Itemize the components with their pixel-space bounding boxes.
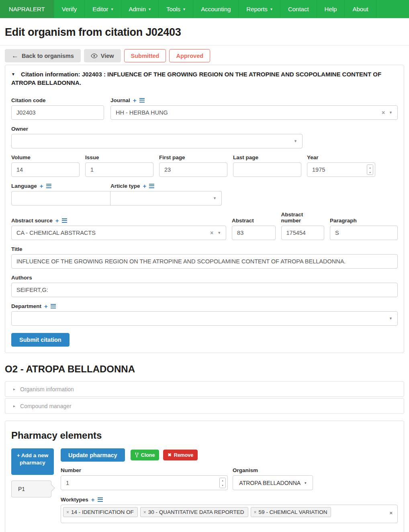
citation-info-title: Citation information: J02403 : INFLUENCE… <box>11 71 381 86</box>
nav-item-admin[interactable]: Admin ▾ <box>121 0 159 18</box>
last-page-input[interactable] <box>233 162 301 177</box>
submit-citation-button[interactable]: Submit citation <box>11 333 70 347</box>
paragraph-input[interactable] <box>330 226 398 240</box>
nav-item-verify[interactable]: Verify <box>54 0 85 18</box>
nav-item-label: Admin <box>129 6 146 12</box>
worktype-tag: × 14 - IDENTIFICATION OF <box>63 507 138 517</box>
volume-label: Volume <box>11 154 80 160</box>
nav-item-label: Editor <box>92 6 108 12</box>
number-spinner[interactable]: ▴ ▾ <box>219 478 226 488</box>
nav-item-editor[interactable]: Editor ▾ <box>84 0 121 18</box>
add-department-icon[interactable]: + <box>44 303 48 309</box>
nav-item-reports[interactable]: Reports ▾ <box>238 0 280 18</box>
department-select[interactable]: ▼ <box>11 311 398 326</box>
abstract-source-label: Abstract source + <box>11 218 226 224</box>
submitted-button[interactable]: Submitted <box>124 49 166 62</box>
eye-icon <box>91 53 98 58</box>
nav-item-label: Help <box>325 6 337 12</box>
add-journal-icon[interactable]: + <box>133 97 137 103</box>
add-language-icon[interactable]: + <box>40 183 43 189</box>
organism-dropdown[interactable]: ATROPA BELLADONNA ▾ <box>233 475 313 490</box>
tag-remove-icon[interactable]: × <box>254 509 257 515</box>
nav-item-label: Reports <box>246 6 268 12</box>
year-input[interactable] <box>307 162 375 177</box>
worktype-tag-label: 59 - CHEMICAL VARIATION <box>259 509 327 515</box>
organism-information-panel[interactable]: ▸ Organism information <box>5 381 404 397</box>
spinner-up-icon[interactable]: ▴ <box>220 478 225 483</box>
spinner-down-icon[interactable]: ▾ <box>220 483 225 488</box>
abstract-label: Abstract <box>232 218 275 224</box>
compound-manager-label: Compound manager <box>20 403 72 409</box>
nav-item-about[interactable]: About <box>344 0 376 18</box>
approved-button[interactable]: Approved <box>169 49 210 62</box>
tag-remove-icon[interactable]: × <box>143 509 146 515</box>
caret-down-icon: ▾ <box>149 7 151 11</box>
authors-input[interactable] <box>11 283 398 297</box>
language-list-icon[interactable] <box>46 184 51 188</box>
first-page-input[interactable] <box>159 162 227 177</box>
remove-button[interactable]: ✖ Remove <box>163 450 198 460</box>
volume-input[interactable] <box>11 162 80 177</box>
pharmacy-number-input[interactable] <box>61 475 228 490</box>
back-button-label: Back to organisms <box>22 53 74 59</box>
worktype-tag-label: 14 - IDENTIFICATION OF <box>71 509 134 515</box>
caret-down-icon: ▾ <box>183 7 185 11</box>
caret-down-icon: ▾ <box>111 7 113 11</box>
add-worktype-icon[interactable]: + <box>91 497 95 503</box>
back-to-organisms-button[interactable]: ← Back to organisms <box>5 49 81 62</box>
view-button[interactable]: View <box>84 49 121 62</box>
owner-select[interactable]: ▼ <box>11 134 303 148</box>
clear-icon[interactable]: × <box>210 230 213 236</box>
spinner-up-icon[interactable]: ▴ <box>367 165 373 170</box>
spinner-down-icon[interactable]: ▾ <box>367 170 373 175</box>
citation-code-input[interactable] <box>11 105 104 120</box>
caret-down-icon: ▾ <box>270 7 272 11</box>
article-type-list-icon[interactable] <box>149 184 154 188</box>
worktypes-multiselect[interactable]: × 14 - IDENTIFICATION OF × 30 - QUANTITA… <box>61 505 398 523</box>
abstract-source-list-icon[interactable] <box>62 218 67 223</box>
year-spinner[interactable]: ▴ ▾ <box>367 164 373 175</box>
tag-remove-icon[interactable]: × <box>66 509 69 515</box>
navbar-brand[interactable]: NAPRALERT <box>0 0 54 18</box>
nav-item-label: Accounting <box>201 6 231 12</box>
nav-item-help[interactable]: Help <box>317 0 345 18</box>
journal-list-icon[interactable] <box>139 98 145 103</box>
language-input[interactable] <box>11 191 110 205</box>
add-article-type-icon[interactable]: + <box>143 183 147 189</box>
worktypes-list-icon[interactable] <box>98 497 103 502</box>
authors-label: Authors <box>11 275 398 281</box>
article-type-label: Article type + <box>110 183 222 189</box>
issue-input[interactable] <box>85 162 153 177</box>
number-label: Number <box>61 467 228 473</box>
citation-code-label: Citation code <box>11 97 104 103</box>
title-input[interactable] <box>11 254 398 269</box>
user-menu[interactable]: ▾ <box>376 0 409 18</box>
main-navbar: NAPRALERT Verify Editor ▾ Admin ▾ Tools … <box>0 0 409 18</box>
add-new-pharmacy-button[interactable]: + Add a new pharmacy <box>11 448 54 475</box>
caret-down-icon: ▼ <box>11 72 15 76</box>
nav-item-contact[interactable]: Contact <box>280 0 317 18</box>
paragraph-label: Paragraph <box>330 218 398 224</box>
update-pharmacy-button[interactable]: Update pharmacy <box>61 448 125 462</box>
abstract-source-select[interactable]: CA - CHEMICAL ABSTRACTS × ▼ <box>11 226 226 240</box>
citation-info-header[interactable]: ▼ Citation information: J02403 : INFLUEN… <box>11 70 398 87</box>
view-button-label: View <box>101 53 114 59</box>
clear-icon[interactable]: × <box>382 109 385 116</box>
nav-item-label: About <box>352 6 368 12</box>
compound-manager-panel[interactable]: ▸ Compound manager <box>5 398 404 414</box>
abstract-number-input[interactable] <box>281 226 324 240</box>
pharmacy-tab-p1[interactable]: P1 <box>11 481 51 497</box>
nav-item-label: Verify <box>62 6 77 12</box>
abstract-input[interactable] <box>232 226 275 240</box>
nav-item-accounting[interactable]: Accounting <box>193 0 238 18</box>
worktypes-clear-icon[interactable]: × <box>389 510 393 516</box>
nav-item-tools[interactable]: Tools ▾ <box>158 0 193 18</box>
clone-button[interactable]: Clone <box>131 450 160 460</box>
journal-select[interactable]: HH - HERBA HUNG × ▼ <box>110 105 398 120</box>
worktype-tag-label: 30 - QUANTITATIVE DATA REPORTED <box>148 509 244 515</box>
add-abstract-source-icon[interactable]: + <box>55 218 59 224</box>
article-type-select[interactable]: ▼ <box>110 191 222 205</box>
x-icon: ✖ <box>168 453 171 457</box>
department-list-icon[interactable] <box>51 304 56 308</box>
caret-right-icon: ▸ <box>13 387 15 391</box>
